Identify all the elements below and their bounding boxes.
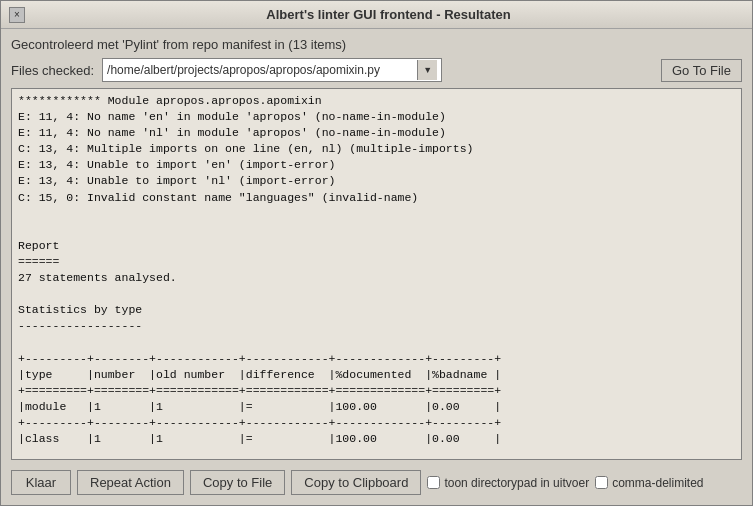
comma-checkbox[interactable] (595, 476, 608, 489)
close-icon: × (14, 9, 20, 20)
toon-checkbox[interactable] (427, 476, 440, 489)
chevron-down-icon[interactable]: ▼ (417, 60, 437, 80)
go-to-file-button[interactable]: Go To File (661, 59, 742, 82)
toon-checkbox-group: toon directorypad in uitvoer (427, 476, 589, 490)
files-row: Files checked: /home/albert/projects/apr… (11, 58, 742, 82)
info-row: Gecontroleerd met 'Pylint' from repo man… (11, 37, 742, 52)
toon-label: toon directorypad in uitvoer (444, 476, 589, 490)
repeat-action-button[interactable]: Repeat Action (77, 470, 184, 495)
window-body: Gecontroleerd met 'Pylint' from repo man… (1, 29, 752, 505)
files-dropdown[interactable]: /home/albert/projects/apropos/apropos/ap… (102, 58, 442, 82)
output-text[interactable]: ************ Module apropos.apropos.apom… (12, 89, 741, 459)
files-dropdown-value: /home/albert/projects/apropos/apropos/ap… (107, 63, 417, 77)
copy-to-clipboard-button[interactable]: Copy to Clipboard (291, 470, 421, 495)
main-window: × Albert's linter GUI frontend - Resulta… (0, 0, 753, 506)
bottom-bar: Klaar Repeat Action Copy to File Copy to… (11, 466, 742, 497)
window-title: Albert's linter GUI frontend - Resultate… (33, 7, 744, 22)
klaar-button[interactable]: Klaar (11, 470, 71, 495)
title-bar: × Albert's linter GUI frontend - Resulta… (1, 1, 752, 29)
files-label: Files checked: (11, 63, 94, 78)
comma-checkbox-group: comma-delimited (595, 476, 703, 490)
comma-label: comma-delimited (612, 476, 703, 490)
output-area: ************ Module apropos.apropos.apom… (11, 88, 742, 460)
close-button[interactable]: × (9, 7, 25, 23)
copy-to-file-button[interactable]: Copy to File (190, 470, 285, 495)
